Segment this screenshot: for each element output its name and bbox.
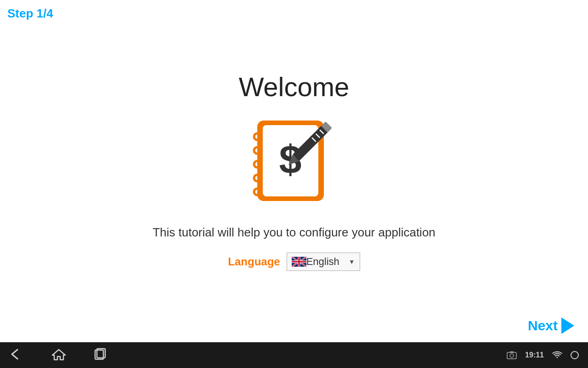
- dropdown-arrow-icon: ▼: [349, 258, 355, 265]
- subtitle-text: This tutorial will help you to configure…: [153, 225, 435, 240]
- main-content: Welcome $: [0, 0, 588, 342]
- recents-button[interactable]: [94, 348, 107, 362]
- svg-marker-15: [52, 350, 65, 360]
- nav-left-buttons: [9, 348, 107, 362]
- next-button[interactable]: Next: [528, 317, 574, 334]
- home-button[interactable]: [51, 348, 66, 362]
- language-value: English: [306, 256, 346, 268]
- back-button[interactable]: [9, 348, 24, 362]
- app-icon: $: [243, 111, 345, 213]
- wifi-icon: [552, 351, 562, 359]
- uk-flag-icon: [292, 257, 306, 267]
- next-label: Next: [528, 318, 558, 334]
- circle-status-icon: [571, 351, 579, 359]
- language-dropdown[interactable]: English ▼: [287, 253, 360, 271]
- language-row: Language English ▼: [228, 253, 360, 271]
- nav-bar: 19:11: [0, 342, 588, 368]
- language-label: Language: [228, 255, 280, 268]
- svg-rect-18: [507, 352, 516, 359]
- screenshot-icon: [507, 351, 517, 359]
- svg-rect-20: [510, 351, 514, 353]
- svg-point-19: [510, 354, 514, 357]
- next-play-icon: [561, 317, 574, 334]
- welcome-title: Welcome: [239, 71, 350, 102]
- status-time: 19:11: [525, 351, 544, 359]
- nav-right-status: 19:11: [507, 351, 579, 359]
